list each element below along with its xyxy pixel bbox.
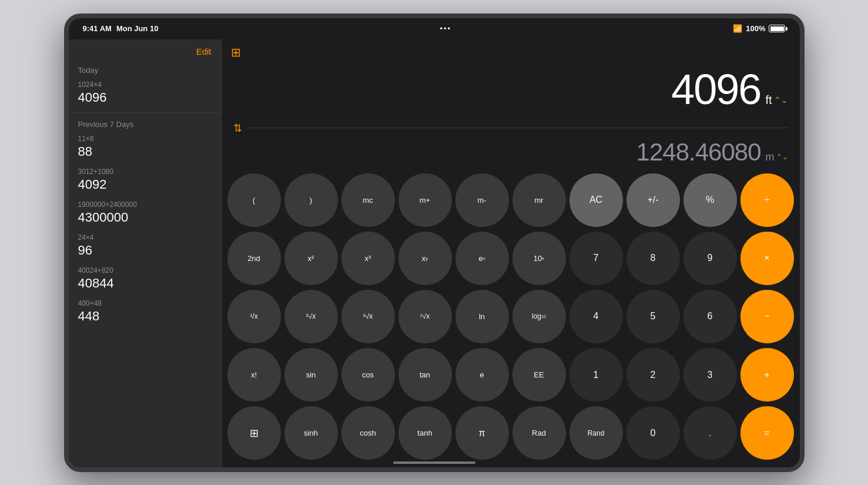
history-item[interactable]: 11×8 88: [69, 131, 221, 164]
zero-button[interactable]: 0: [626, 406, 680, 460]
six-button[interactable]: 6: [683, 290, 737, 343]
sin-button[interactable]: sin: [284, 348, 338, 402]
edit-button[interactable]: Edit: [196, 46, 212, 56]
rad-button[interactable]: Rad: [512, 406, 566, 460]
status-right: 📶 100%: [733, 24, 785, 33]
mr-button[interactable]: mr: [512, 173, 566, 227]
button-grid: ( ) mc m+ m- mr AC +/- % ÷ 2nd x² x³ xy …: [222, 173, 800, 467]
cosh-button[interactable]: cosh: [341, 406, 395, 460]
x-squared-button[interactable]: x²: [284, 232, 338, 285]
ln-button[interactable]: ln: [455, 290, 509, 343]
history-result: 96: [78, 243, 212, 258]
minus-button[interactable]: −: [740, 290, 794, 343]
secondary-unit-selector[interactable]: m ⌃⌄: [766, 151, 788, 163]
five-button[interactable]: 5: [626, 290, 680, 343]
secondary-display: 1248.46080 m ⌃⌄: [222, 138, 800, 173]
two-button[interactable]: 2: [626, 348, 680, 402]
e-button[interactable]: e: [455, 348, 509, 402]
history-item[interactable]: 1024×4 4096: [69, 77, 221, 110]
history-item[interactable]: 400+48 448: [69, 296, 221, 329]
x-cubed-button[interactable]: x³: [341, 232, 395, 285]
ac-button[interactable]: AC: [569, 173, 623, 227]
today-label: Today: [69, 61, 221, 77]
display-area: 4096 ft ⌃⌄: [222, 65, 800, 122]
history-expression: 40024+820: [78, 266, 212, 275]
multiply-button[interactable]: ×: [740, 232, 794, 285]
main-content: Edit Today 1024×4 4096 Previous 7 Days 1…: [69, 39, 800, 467]
plus-minus-button[interactable]: +/-: [626, 173, 680, 227]
history-expression: 3012+1080: [78, 168, 212, 176]
previous-7-days-label: Previous 7 Days: [69, 115, 221, 131]
cos-button[interactable]: cos: [341, 348, 395, 402]
one-button[interactable]: 1: [569, 348, 623, 402]
percent-button[interactable]: %: [683, 173, 737, 227]
history-result: 4300000: [78, 210, 212, 225]
reciprocal-button[interactable]: ¹/x: [227, 290, 281, 343]
nine-button[interactable]: 9: [683, 232, 737, 285]
primary-unit-selector[interactable]: ft ⌃⌄: [765, 93, 787, 107]
calc-top-bar: ⊞: [222, 39, 800, 65]
ee-button[interactable]: EE: [512, 348, 566, 402]
tan-button[interactable]: tan: [398, 348, 452, 402]
four-button[interactable]: 4: [569, 290, 623, 343]
convert-line: [247, 128, 788, 128]
history-result: 40844: [78, 276, 212, 291]
eight-button[interactable]: 8: [626, 232, 680, 285]
battery-icon: [769, 25, 785, 32]
square-root-button[interactable]: ²√x: [284, 290, 338, 343]
pi-button[interactable]: π: [455, 406, 509, 460]
e-to-x-button[interactable]: ex: [455, 232, 509, 285]
history-result: 4096: [78, 90, 212, 105]
m-minus-button[interactable]: m-: [455, 173, 509, 227]
history-result: 4092: [78, 177, 212, 192]
secondary-value: 1248.46080: [636, 138, 761, 166]
unit-chevron-icon: ⌃⌄: [774, 95, 788, 105]
open-paren-button[interactable]: (: [227, 173, 281, 227]
history-item[interactable]: 24×4 96: [69, 230, 221, 263]
sinh-button[interactable]: sinh: [284, 406, 338, 460]
m-plus-button[interactable]: m+: [398, 173, 452, 227]
history-item[interactable]: 3012+1080 4092: [69, 164, 221, 197]
history-result: 88: [78, 144, 212, 159]
plus-button[interactable]: +: [740, 348, 794, 402]
x-to-y-button[interactable]: xy: [398, 232, 452, 285]
cube-root-button[interactable]: ³√x: [341, 290, 395, 343]
2nd-button[interactable]: 2nd: [227, 232, 281, 285]
battery-percent: 100%: [746, 24, 765, 33]
history-expression: 24×4: [78, 233, 212, 242]
10-to-x-button[interactable]: 10x: [512, 232, 566, 285]
three-button[interactable]: 3: [683, 348, 737, 402]
close-paren-button[interactable]: ): [284, 173, 338, 227]
sidebar-toggle-button[interactable]: ⊞: [231, 46, 247, 59]
status-time: 9:41 AM: [83, 24, 112, 33]
history-item[interactable]: 1900000+2400000 4300000: [69, 197, 221, 230]
history-expression: 1900000+2400000: [78, 200, 212, 209]
ipad-frame: 9:41 AM Mon Jun 10 ••• 📶 100% Edit Today…: [64, 14, 805, 472]
home-indicator: [393, 461, 475, 464]
history-item[interactable]: 40024+820 40844: [69, 263, 221, 296]
history-list: Today 1024×4 4096 Previous 7 Days 11×8 8…: [69, 61, 221, 467]
secondary-unit-chevron-icon: ⌃⌄: [776, 153, 788, 161]
convert-icon[interactable]: ⇅: [233, 122, 242, 135]
wifi-icon: 📶: [733, 24, 742, 33]
sidebar-header: Edit: [69, 39, 221, 61]
divide-button[interactable]: ÷: [740, 173, 794, 227]
primary-value: 4096: [671, 65, 760, 113]
primary-display: 4096 ft ⌃⌄: [233, 65, 788, 113]
secondary-unit-label: m: [766, 151, 775, 163]
y-root-button[interactable]: ʸ√x: [398, 290, 452, 343]
status-date: Mon Jun 10: [116, 24, 159, 33]
seven-button[interactable]: 7: [569, 232, 623, 285]
factorial-button[interactable]: x!: [227, 348, 281, 402]
rand-button[interactable]: Rand: [569, 406, 623, 460]
calculator: ⊞ 4096 ft ⌃⌄ ⇅ 1248.46080: [222, 39, 800, 467]
tanh-button[interactable]: tanh: [398, 406, 452, 460]
primary-unit-label: ft: [765, 93, 772, 107]
calculator-mode-button[interactable]: ⊞: [227, 406, 281, 460]
sidebar: Edit Today 1024×4 4096 Previous 7 Days 1…: [69, 39, 222, 467]
equals-button[interactable]: =: [740, 406, 794, 460]
log10-button[interactable]: log10: [512, 290, 566, 343]
mc-button[interactable]: mc: [341, 173, 395, 227]
decimal-button[interactable]: .: [683, 406, 737, 460]
status-bar: 9:41 AM Mon Jun 10 ••• 📶 100%: [69, 18, 800, 39]
